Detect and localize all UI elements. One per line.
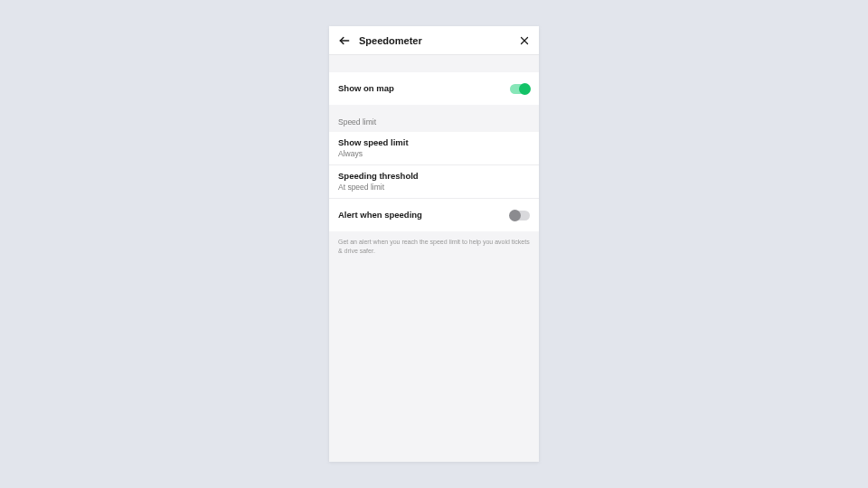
helper-text: Get an alert when you reach the speed li… <box>329 231 539 262</box>
close-icon[interactable] <box>519 35 530 46</box>
row-show-on-map[interactable]: Show on map <box>329 72 539 105</box>
back-arrow-icon[interactable] <box>338 34 351 47</box>
header: Speedometer <box>329 26 539 55</box>
row-show-speed-limit[interactable]: Show speed limit Always <box>329 132 539 164</box>
row-value: At speed limit <box>338 183 384 192</box>
section-header-speed-limit: Speed limit <box>329 105 539 132</box>
row-label: Speeding threshold <box>338 171 419 182</box>
page-title: Speedometer <box>359 35 519 46</box>
row-label: Alert when speeding <box>338 210 422 221</box>
row-speeding-threshold[interactable]: Speeding threshold At speed limit <box>329 165 539 198</box>
row-label: Show on map <box>338 83 394 94</box>
row-alert-when-speeding[interactable]: Alert when speeding <box>329 199 539 231</box>
spacer <box>329 55 539 72</box>
toggle-show-on-map[interactable] <box>510 84 530 94</box>
row-label: Show speed limit <box>338 137 409 148</box>
toggle-alert-when-speeding[interactable] <box>510 211 530 221</box>
settings-panel: Speedometer Show on map Speed limit Show… <box>329 26 539 462</box>
row-value: Always <box>338 149 363 159</box>
